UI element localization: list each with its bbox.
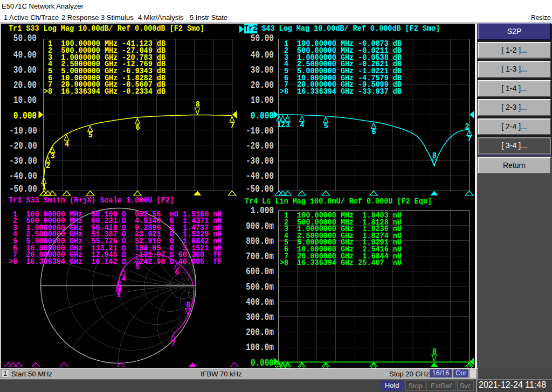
svg-text:2: 2 — [281, 120, 285, 129]
svg-text:8: 8 — [432, 347, 437, 356]
svg-text:3: 3 — [51, 151, 55, 160]
svg-text:7: 7 — [171, 339, 176, 348]
svg-text:4: 4 — [65, 139, 69, 149]
svg-text:8: 8 — [186, 300, 190, 310]
svg-text:3: 3 — [118, 284, 122, 293]
svg-text:8: 8 — [432, 151, 437, 160]
svg-text:6: 6 — [372, 127, 376, 136]
svg-text:5: 5 — [324, 122, 328, 131]
svg-text:2: 2 — [465, 122, 469, 131]
svg-text:4: 4 — [300, 120, 304, 129]
svg-text:1: 1 — [42, 183, 46, 192]
svg-text:5: 5 — [88, 130, 93, 139]
svg-text:7: 7 — [230, 121, 234, 130]
svg-text:6: 6 — [175, 268, 179, 277]
svg-text:2: 2 — [46, 161, 50, 170]
svg-text:7: 7 — [467, 135, 472, 144]
svg-text:4: 4 — [121, 274, 126, 283]
svg-text:6: 6 — [136, 123, 140, 132]
svg-text:8: 8 — [196, 100, 200, 109]
svg-text:3: 3 — [286, 120, 290, 129]
